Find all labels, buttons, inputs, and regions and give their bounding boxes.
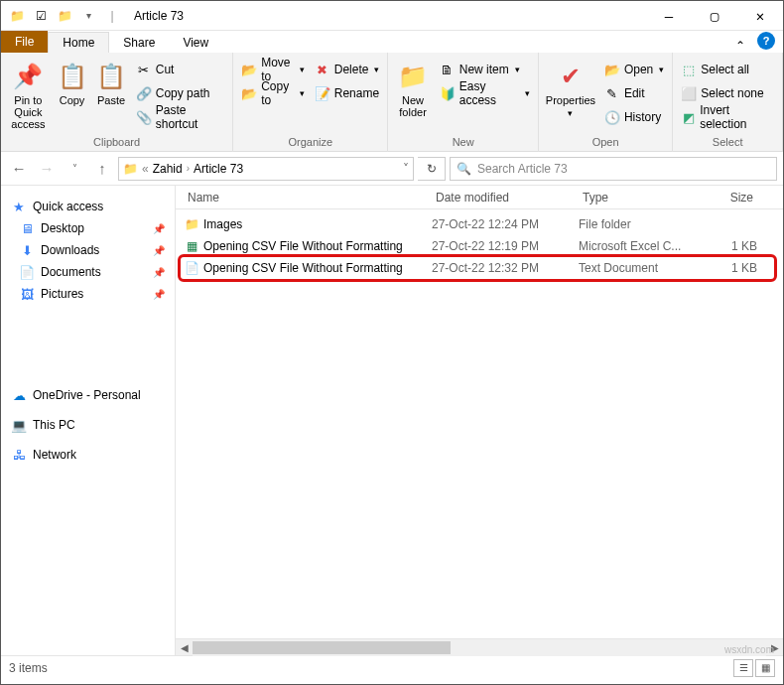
star-icon: ★ xyxy=(11,199,27,214)
paste-shortcut-button[interactable]: 📎Paste shortcut xyxy=(132,106,228,128)
column-headers[interactable]: Name Date modified Type Size xyxy=(176,186,783,209)
sidebar: ★Quick access 🖥Desktop📌 ⬇Downloads📌 📄Doc… xyxy=(1,186,176,655)
breadcrumb-a[interactable]: Zahid xyxy=(153,162,183,176)
close-button[interactable]: ✕ xyxy=(737,1,783,31)
properties-button[interactable]: ✔ Properties ▾ xyxy=(543,59,598,120)
scroll-track[interactable] xyxy=(193,639,766,656)
file-row[interactable]: ▦Opening CSV File Without Formatting27-O… xyxy=(176,235,783,257)
path-box[interactable]: 📁 « Zahid › Article 73 ˅ xyxy=(118,157,414,181)
sidebar-onedrive[interactable]: ☁OneDrive - Personal xyxy=(1,384,175,406)
delete-button[interactable]: ✖Delete▾ xyxy=(311,59,384,80)
scissors-icon: ✂ xyxy=(136,62,152,77)
cut-button[interactable]: ✂Cut xyxy=(132,59,228,80)
horizontal-scrollbar[interactable]: ◀ ▶ xyxy=(176,638,783,655)
recent-button[interactable]: ˅ xyxy=(63,157,86,181)
collapse-ribbon-button[interactable]: ⌃ xyxy=(727,39,753,53)
file-row[interactable]: 📄Opening CSV File Without Formatting27-O… xyxy=(176,257,783,279)
open-button[interactable]: 📂Open▾ xyxy=(600,59,668,80)
sidebar-downloads[interactable]: ⬇Downloads📌 xyxy=(1,239,175,261)
col-date[interactable]: Date modified xyxy=(432,191,579,205)
file-type: Microsoft Excel C... xyxy=(579,239,698,253)
breadcrumb-b[interactable]: Article 73 xyxy=(194,162,243,176)
sidebar-documents[interactable]: 📄Documents📌 xyxy=(1,261,175,283)
paste-button[interactable]: 📋 Paste xyxy=(92,59,129,108)
tab-view[interactable]: View xyxy=(169,33,222,53)
tab-bar: File Home Share View ⌃ ? xyxy=(1,31,783,53)
help-icon[interactable]: ? xyxy=(757,32,775,50)
copy-icon: 📋 xyxy=(57,61,88,92)
onedrive-icon: ☁ xyxy=(11,387,27,403)
pin-icon: 📌 xyxy=(153,267,169,278)
tab-share[interactable]: Share xyxy=(109,33,169,53)
select-all-button[interactable]: ⬚Select all xyxy=(677,59,778,80)
history-button[interactable]: 🕓History xyxy=(600,106,668,128)
file-icon: 📄 xyxy=(184,260,199,276)
pin-icon: 📌 xyxy=(153,245,169,256)
select-none-button[interactable]: ⬜Select none xyxy=(677,82,778,104)
history-icon: 🕓 xyxy=(604,109,620,125)
pin-quick-access-button[interactable]: 📌 Pin to Quick access xyxy=(5,59,52,132)
breadcrumb-sep-icon: › xyxy=(187,163,190,174)
file-name: Images xyxy=(203,217,432,231)
search-icon: 🔍 xyxy=(457,162,471,176)
pin-icon: 📌 xyxy=(153,223,169,234)
forward-button[interactable]: → xyxy=(35,157,59,181)
sidebar-this-pc[interactable]: 💻This PC xyxy=(1,414,175,436)
sidebar-quick-access[interactable]: ★Quick access xyxy=(1,196,175,217)
sidebar-desktop[interactable]: 🖥Desktop📌 xyxy=(1,217,175,239)
new-item-button[interactable]: 🗎New item▾ xyxy=(436,59,534,80)
sidebar-network[interactable]: 🖧Network xyxy=(1,444,175,466)
copy-path-button[interactable]: 🔗Copy path xyxy=(132,82,228,104)
pin-icon: 📌 xyxy=(153,289,169,300)
path-dropdown-icon[interactable]: ˅ xyxy=(403,162,409,176)
view-details-button[interactable]: ☰ xyxy=(733,659,753,677)
qat-dropdown-icon[interactable]: ▾ xyxy=(78,6,98,26)
sidebar-pictures[interactable]: 🖼Pictures📌 xyxy=(1,283,175,305)
easy-access-icon: 🔰 xyxy=(440,85,456,101)
tab-home[interactable]: Home xyxy=(48,32,109,53)
copy-to-button[interactable]: 📂Copy to▾ xyxy=(237,82,309,104)
ribbon: 📌 Pin to Quick access 📋 Copy 📋 Paste ✂Cu… xyxy=(1,53,783,152)
file-name: Opening CSV File Without Formatting xyxy=(203,239,432,253)
col-type[interactable]: Type xyxy=(579,191,698,205)
file-name: Opening CSV File Without Formatting xyxy=(203,261,432,275)
qat-folder-icon[interactable]: 📁 xyxy=(55,6,74,26)
refresh-button[interactable]: ↻ xyxy=(418,157,446,181)
up-button[interactable]: ↑ xyxy=(90,157,114,181)
col-size[interactable]: Size xyxy=(698,191,757,205)
scroll-thumb[interactable] xyxy=(193,641,451,654)
path-icon: 🔗 xyxy=(136,85,152,101)
view-icons-button[interactable]: ▦ xyxy=(755,659,775,677)
window-title: Article 73 xyxy=(128,9,184,23)
file-icon: ▦ xyxy=(184,238,199,254)
back-button[interactable]: ← xyxy=(7,157,31,181)
new-folder-button[interactable]: 📁 New folder xyxy=(392,59,433,120)
path-sep: « xyxy=(142,162,149,176)
col-name[interactable]: Name xyxy=(184,191,432,205)
folder-icon: 📁 xyxy=(7,6,27,26)
new-item-icon: 🗎 xyxy=(440,62,456,77)
edit-button[interactable]: ✎Edit xyxy=(600,82,668,104)
invert-selection-button[interactable]: ◩Invert selection xyxy=(677,106,778,128)
pictures-icon: 🖼 xyxy=(19,286,35,302)
pin-icon: 📌 xyxy=(12,61,44,92)
rename-button[interactable]: 📝Rename xyxy=(311,82,384,104)
move-to-button[interactable]: 📂Move to▾ xyxy=(237,59,309,80)
search-input[interactable]: 🔍 Search Article 73 xyxy=(450,157,777,181)
copy-button[interactable]: 📋 Copy xyxy=(54,59,90,108)
qat-properties-icon[interactable]: ☑ xyxy=(31,6,51,26)
easy-access-button[interactable]: 🔰Easy access▾ xyxy=(436,82,534,104)
minimize-button[interactable]: — xyxy=(646,1,692,31)
network-icon: 🖧 xyxy=(11,447,27,463)
tab-file[interactable]: File xyxy=(1,31,48,53)
file-row[interactable]: 📁Images27-Oct-22 12:24 PMFile folder xyxy=(176,213,783,235)
rename-icon: 📝 xyxy=(315,85,330,101)
file-date: 27-Oct-22 12:24 PM xyxy=(432,217,579,231)
edit-icon: ✎ xyxy=(604,85,620,101)
maximize-button[interactable]: ▢ xyxy=(692,1,737,31)
scroll-left-icon[interactable]: ◀ xyxy=(176,642,193,653)
shortcut-icon: 📎 xyxy=(136,109,152,125)
status-text: 3 items xyxy=(9,661,48,675)
status-bar: 3 items ☰ ▦ xyxy=(1,655,783,679)
downloads-icon: ⬇ xyxy=(19,242,35,258)
